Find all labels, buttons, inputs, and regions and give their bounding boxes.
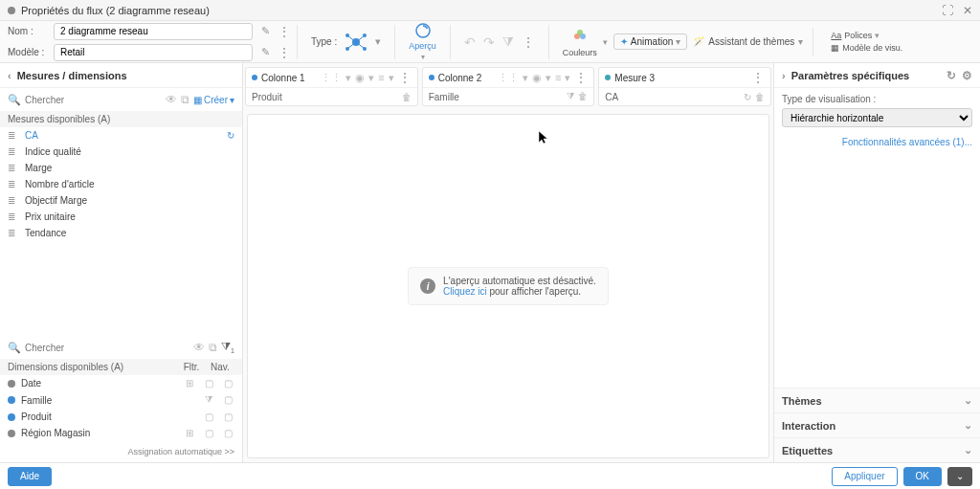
measure-item[interactable]: ≣Tendance <box>0 225 242 241</box>
window-title: Propriétés du flux (2 diagramme reseau) <box>21 5 210 16</box>
accordion-interaction[interactable]: Interaction⌄ <box>774 412 980 437</box>
maximize-icon[interactable]: ⛶ <box>942 4 953 17</box>
info-icon: i <box>420 278 435 294</box>
type-label: Type : <box>311 36 337 47</box>
specific-params-header[interactable]: › Paramètres spécifiques ↻ ⚙ <box>774 63 980 88</box>
grip-icon[interactable]: ⋮⋮ <box>321 72 342 84</box>
shelf[interactable]: Colonne 1⋮⋮ ▾ ◉ ▾ ≡ ▾ ⋮Produit🗑 <box>245 67 418 106</box>
preview-area: i L'aperçu automatique est désactivé. Cl… <box>247 114 769 458</box>
measure-icon: ≣ <box>8 146 19 157</box>
create-button[interactable]: ▦Créer ▾ <box>193 95 234 105</box>
apply-button[interactable]: Appliquer <box>832 467 897 486</box>
edit-name-icon[interactable]: ✎ <box>258 25 272 38</box>
close-icon[interactable]: ✕ <box>963 4 972 17</box>
refresh-icon[interactable]: ↻ <box>744 92 751 102</box>
undo-icon[interactable]: ↶ <box>464 34 476 50</box>
grip-icon[interactable]: ⋮⋮ <box>498 72 519 84</box>
ok-button[interactable]: OK <box>903 467 942 486</box>
accordion-etiquettes[interactable]: Etiquettes⌄ <box>774 437 980 462</box>
accordion-thèmes[interactable]: Thèmes⌄ <box>774 388 980 412</box>
more-icon[interactable]: ⋮ <box>522 35 535 49</box>
type-network-icon[interactable] <box>343 29 369 56</box>
left-panel: ‹ Mesures / dimensions 🔍 👁 ⧉ ▦Créer ▾ Me… <box>0 63 243 462</box>
model-input[interactable] <box>54 44 253 61</box>
model-menu-icon[interactable]: ⋮ <box>278 46 291 59</box>
filter-toggle-icon[interactable]: ▢ <box>202 428 215 438</box>
measures-section-label: Mesures disponibles (A) <box>0 111 242 127</box>
measure-icon: ≣ <box>8 179 19 189</box>
edit-model-icon[interactable]: ✎ <box>258 46 272 59</box>
preview-button[interactable]: Aperçu ▾ <box>409 22 436 61</box>
shelf[interactable]: Colonne 2⋮⋮ ▾ ◉ ▾ ≡ ▾ ⋮Famille⧩🗑 <box>422 67 595 106</box>
auto-assign-link[interactable]: Assignation automatique >> <box>0 441 242 462</box>
dimension-item[interactable]: Produit▢▢ <box>0 409 242 425</box>
collapse-button[interactable]: ⌄ <box>947 467 972 486</box>
animation-button[interactable]: ✦ Animation ▾ <box>613 33 687 50</box>
filter-icon[interactable]: ⧩1 <box>221 340 234 354</box>
refresh-icon[interactable]: ↻ <box>227 130 234 141</box>
dimension-item[interactable]: Famille⧩▢ <box>0 391 242 409</box>
measure-item[interactable]: ≣Indice qualité <box>0 144 242 160</box>
measures-dimensions-header[interactable]: ‹ Mesures / dimensions <box>0 63 242 88</box>
measure-item[interactable]: ≣Marge <box>0 160 242 176</box>
filter-icon[interactable]: ⧩ <box>567 91 574 102</box>
advanced-features-link[interactable]: Fonctionnalités avancées (1)... <box>774 133 980 151</box>
visu-model-button[interactable]: ▦Modèle de visu. <box>831 43 902 53</box>
filter-toggle-icon[interactable]: ▢ <box>202 411 215 422</box>
dim-dot-icon <box>8 430 15 437</box>
right-panel: › Paramètres spécifiques ↻ ⚙ Type de vis… <box>773 63 980 462</box>
hierarchy-icon[interactable]: ⊞ <box>183 428 196 438</box>
bars-icon[interactable]: ≡ <box>555 72 561 83</box>
shelf[interactable]: Mesure 3⋮CA↻🗑 <box>598 67 771 106</box>
trash-icon[interactable]: 🗑 <box>402 92 412 102</box>
hierarchy-icon[interactable]: ⊞ <box>183 378 196 389</box>
dim-dot-icon <box>8 413 15 421</box>
nav-toggle-icon[interactable]: ▢ <box>221 394 234 406</box>
preview-click-link[interactable]: Cliquez ici <box>443 286 487 297</box>
nav-toggle-icon[interactable]: ▢ <box>221 411 234 422</box>
hierarchy-icon[interactable] <box>183 411 196 422</box>
palette-icon[interactable] <box>570 27 590 46</box>
shelf-menu-icon[interactable]: ⋮ <box>398 71 412 84</box>
name-input[interactable] <box>54 23 253 40</box>
trash-icon[interactable]: 🗑 <box>755 92 765 102</box>
measure-item[interactable]: ≣Objectif Marge <box>0 192 242 209</box>
type-dropdown-icon[interactable]: ▾ <box>375 35 381 48</box>
nav-toggle-icon[interactable]: ▢ <box>221 378 234 389</box>
vis-type-select[interactable]: Hiérarchie horizontale <box>782 108 972 127</box>
filter-icon[interactable]: ⧩ <box>502 33 514 50</box>
filter-toggle-icon[interactable]: ▢ <box>202 378 215 389</box>
redo-icon[interactable]: ↷ <box>483 34 495 50</box>
measure-icon: ≣ <box>8 163 19 173</box>
copy-icon[interactable]: ⧉ <box>181 93 189 106</box>
dimensions-search-input[interactable] <box>25 343 189 353</box>
nav-toggle-icon[interactable]: ▢ <box>221 428 234 438</box>
link-icon[interactable]: 👁 <box>166 93 177 106</box>
bars-icon[interactable]: ≡ <box>378 72 384 83</box>
fonts-button[interactable]: AaPolices ▾ <box>831 31 902 40</box>
colors-dropdown-icon[interactable]: ▾ <box>603 37 608 47</box>
circle-icon[interactable]: ◉ <box>532 72 542 84</box>
dimension-item[interactable]: Date⊞▢▢ <box>0 375 242 391</box>
footer: Aide Appliquer OK ⌄ <box>0 462 980 489</box>
dimension-item[interactable]: Région Magasin⊞▢▢ <box>0 425 242 441</box>
shelf-menu-icon[interactable]: ⋮ <box>574 71 588 84</box>
measure-item[interactable]: ≣CA↻ <box>0 127 242 144</box>
themes-assistant-button[interactable]: 🪄 Assistant de thèmes ▾ <box>693 36 803 47</box>
circle-icon[interactable]: ◉ <box>355 72 365 84</box>
hierarchy-icon[interactable] <box>183 394 196 406</box>
measure-item[interactable]: ≣Nombre d'article <box>0 176 242 192</box>
filter-toggle-icon[interactable]: ⧩ <box>202 394 215 406</box>
refresh-icon[interactable]: ↻ <box>947 69 956 82</box>
shelf-menu-icon[interactable]: ⋮ <box>751 71 765 84</box>
magic-wand-icon: 🪄 <box>693 36 704 47</box>
gear-icon[interactable]: ⚙ <box>962 69 972 82</box>
measures-search-input[interactable] <box>25 95 162 105</box>
help-button[interactable]: Aide <box>8 467 52 486</box>
link-icon[interactable]: 👁 <box>193 341 205 354</box>
name-menu-icon[interactable]: ⋮ <box>278 25 291 38</box>
trash-icon[interactable]: 🗑 <box>578 91 588 102</box>
copy-icon[interactable]: ⧉ <box>209 341 217 354</box>
measure-item[interactable]: ≣Prix unitaire <box>0 209 242 225</box>
measure-icon: ≣ <box>8 228 19 238</box>
